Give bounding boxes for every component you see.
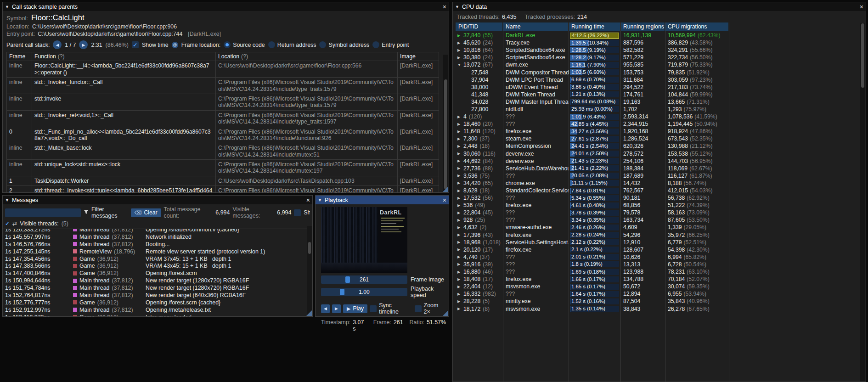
chevron-right-icon[interactable]: ▶: [457, 299, 463, 303]
table-row[interactable]: 41,348DWM Token Thread1.21 s (0.13%)174,…: [456, 91, 866, 98]
close-icon[interactable]: ×: [860, 4, 863, 10]
table-row[interactable]: ▶8,628(18)StandardCollector.Service.exe7…: [456, 187, 866, 194]
next-frame-button[interactable]: ▶: [332, 304, 341, 313]
table-row[interactable]: ▶11,648(120)firefox.exe34.27 s (3.56%)1,…: [456, 128, 866, 135]
chevron-right-icon[interactable]: ▶: [457, 41, 463, 45]
table-row[interactable]: 27,800ntdll.dll25.93 ms (0.00%)1,7021,29…: [456, 106, 866, 113]
list-item[interactable]: 1s 152,776,777nsGame(36,912)Opening /for…: [5, 299, 312, 306]
chevron-right-icon[interactable]: ▶: [457, 159, 463, 163]
vertical-scrollbar[interactable]: [860, 23, 865, 381]
chevron-right-icon[interactable]: ▶: [457, 181, 463, 185]
chevron-right-icon[interactable]: ▶: [457, 115, 463, 119]
chevron-right-icon[interactable]: ▶: [457, 34, 463, 38]
table-row[interactable]: ▶18,968(1,018)ServiceHub.SettingsHost.ex…: [456, 239, 866, 246]
table-row[interactable]: ▶18,460(20)???42.85 s (4.45%)2,344,9151,…: [456, 120, 866, 128]
table-row[interactable]: ▶37,840(55)DarkRL.exe4:12.5 (26.22%)16,9…: [456, 32, 866, 39]
play-button[interactable]: ▶Play: [343, 304, 367, 313]
check-icon[interactable]: ✓: [5, 220, 10, 227]
table-row[interactable]: ▶17,532(56)???5.34 s (0.55%)90,18156,738…: [456, 194, 866, 202]
chevron-right-icon[interactable]: ▶: [457, 262, 463, 266]
table-row[interactable]: ▼13,072(67)dwm.exe1:16.1 (7.90%)955,5857…: [456, 61, 866, 68]
chevron-right-icon[interactable]: ▶: [457, 292, 463, 296]
side-checkbox[interactable]: [294, 209, 301, 216]
table-row[interactable]: inlinestd::_Invoker_functor::_CallC:\Pro…: [7, 78, 439, 94]
frame-slider[interactable]: 261: [321, 275, 407, 284]
column-header-location[interactable]: Location(?): [216, 52, 398, 61]
collapse-arrow-icon[interactable]: ▼: [318, 198, 322, 202]
show-time-checkbox[interactable]: ✓: [132, 41, 139, 48]
scrollbar-thumb[interactable]: [861, 23, 864, 88]
clear-button[interactable]: ⌫Clear: [131, 208, 161, 217]
radio-source-code[interactable]: Source code: [224, 41, 265, 48]
radio-entry-point[interactable]: Entry point: [372, 41, 409, 48]
list-item[interactable]: 1s 147,400,846nsGame(36,912)Opening /for…: [5, 270, 312, 277]
prev-callstack-button[interactable]: ◀: [53, 40, 62, 49]
chevron-right-icon[interactable]: ▶: [457, 225, 463, 230]
chevron-right-icon[interactable]: ▶: [457, 48, 463, 52]
table-row[interactable]: inlineFloor::CalcLight::__l4::<lambda_5b…: [7, 61, 439, 78]
table-row[interactable]: ▶45,620(24)Tracy.exe1:39.5 (10.34%)887,5…: [456, 39, 866, 46]
list-item[interactable]: 1s 152,912,997nsMain thread(37,812)Openi…: [5, 306, 312, 314]
table-row[interactable]: 0std::_Func_impl_no_alloc<<lambda_5bc224…: [7, 127, 439, 143]
column-header-function[interactable]: Function(?): [32, 52, 216, 61]
chevron-right-icon[interactable]: ▶: [457, 307, 463, 311]
table-row[interactable]: ▶4(120)???1:01.9 (6.43%)2,593,3141,078,5…: [456, 113, 866, 120]
list-item[interactable]: 1s 152,764,817nsMain thread(37,812)New r…: [5, 292, 312, 299]
list-item[interactable]: 1s 146,576,766nsMain thread(37,812)Booti…: [5, 241, 312, 248]
list-item[interactable]: 1s 153,116,372nsGame(36,912)Intro menu l…: [5, 314, 312, 316]
table-row[interactable]: ▶20,120(17)firefox.exe2.1 s (0.22%)128,6…: [456, 246, 866, 253]
vertical-scrollbar[interactable]: [443, 55, 448, 192]
table-row[interactable]: ▶22,404(12)msvsmon.exe1.65 s (0.17%)50,6…: [456, 283, 866, 290]
table-row[interactable]: ▶4,740(37)???2.01 s (0.21%)10,6266,994(6…: [456, 253, 866, 261]
table-row[interactable]: ▶16,332(982)???1.64 s (0.17%)12,8946,955…: [456, 290, 866, 298]
list-item[interactable]: 1s 151,754,784nsMain thread(37,812)New r…: [5, 284, 312, 292]
list-item[interactable]: 1s 145,557,997nsMain thread(37,812)Netwo…: [5, 233, 312, 241]
help-hint[interactable]: (?): [58, 53, 65, 60]
table-row[interactable]: ▶16,880(46)???1.69 s (0.18%)123,98878,23…: [456, 268, 866, 275]
chevron-right-icon[interactable]: ▶: [457, 174, 463, 178]
table-row[interactable]: ▶2,448(18)MemCompression24.41 s (2.54%)6…: [456, 142, 866, 150]
vertical-scrollbar[interactable]: [307, 226, 312, 316]
close-icon[interactable]: ×: [443, 4, 446, 10]
table-row[interactable]: 2std::thread::_Invoke<std::tuple<<lambda…: [7, 186, 439, 192]
chevron-right-icon[interactable]: ▶: [457, 189, 463, 193]
table-row[interactable]: ▶30,380(24)ScriptedSandbox64.exe1:28.2 (…: [456, 54, 866, 61]
table-row[interactable]: ▶28,228(5)mintty.exe1.52 s (0.16%)87,504…: [456, 298, 866, 305]
chevron-right-icon[interactable]: ▶: [457, 270, 463, 274]
table-row[interactable]: inlinestd::unique_lock<std::mutex>::lock…: [7, 160, 439, 176]
list-item[interactable]: 1s 150,994,644nsMain thread(37,812)New r…: [5, 277, 312, 284]
sync-timeline-checkbox[interactable]: [370, 305, 377, 312]
resize-grip[interactable]: [443, 186, 448, 192]
chevron-right-icon[interactable]: ▶: [457, 233, 463, 237]
chevron-right-icon[interactable]: ▶: [457, 247, 463, 252]
column-header-image[interactable]: Image: [398, 52, 439, 61]
collapse-arrow-icon[interactable]: ▼: [455, 5, 459, 9]
visible-threads-label[interactable]: Visible threads:: [20, 220, 59, 227]
table-row[interactable]: 34,028DWM Master Input Thread799.64 ms (…: [456, 98, 866, 106]
radio-return-address[interactable]: Return address: [268, 41, 316, 48]
list-item[interactable]: 1s 147,255,145nsRemoteView(18,796)Remote…: [5, 248, 312, 255]
table-row[interactable]: ▶928(25)???3.34 s (0.35%)163,73487,605(5…: [456, 216, 866, 224]
chevron-right-icon[interactable]: ▶: [457, 203, 463, 208]
chevron-right-icon[interactable]: ▶: [457, 218, 463, 222]
filter-input[interactable]: [5, 208, 81, 217]
table-row[interactable]: ▶10,816(64)ScriptedSandbox64.exe1:28.5 (…: [456, 46, 866, 54]
column-header-cpu-migrations[interactable]: CPU migrations: [665, 22, 728, 31]
help-hint[interactable]: (?): [241, 53, 248, 60]
table-row[interactable]: ▶30,060(116)devenv.exe24.01 s (2.50%)278…: [456, 150, 866, 157]
chevron-right-icon[interactable]: ▶: [457, 144, 463, 148]
chevron-right-icon[interactable]: ▶: [457, 166, 463, 170]
table-row[interactable]: ▶536(49)firefox.exe4.61 s (0.48%)68,8565…: [456, 202, 866, 209]
column-header-running-time[interactable]: Running time: [569, 22, 620, 31]
table-row[interactable]: ▶34,420(65)chrome.exe11.11 s (1.15%)14,4…: [456, 180, 866, 187]
chevron-right-icon[interactable]: ▶: [457, 240, 463, 244]
resize-grip[interactable]: [306, 310, 312, 316]
chevron-right-icon[interactable]: ▶: [457, 285, 463, 289]
collapse-arrow-icon[interactable]: ▼: [5, 198, 9, 202]
column-header-running-regions[interactable]: Running regions: [620, 22, 665, 31]
table-row[interactable]: ▶35,916(39)???1.8 s (0.19%)13,3136,728(5…: [456, 261, 866, 268]
chevron-right-icon[interactable]: ▶: [457, 196, 463, 200]
table-row[interactable]: ▶18,172(8)msvsmon.exe1.35 s (0.14%)38,84…: [456, 305, 866, 312]
radio-symbol-address[interactable]: Symbol address: [319, 41, 369, 48]
chevron-right-icon[interactable]: ▶: [457, 137, 463, 141]
